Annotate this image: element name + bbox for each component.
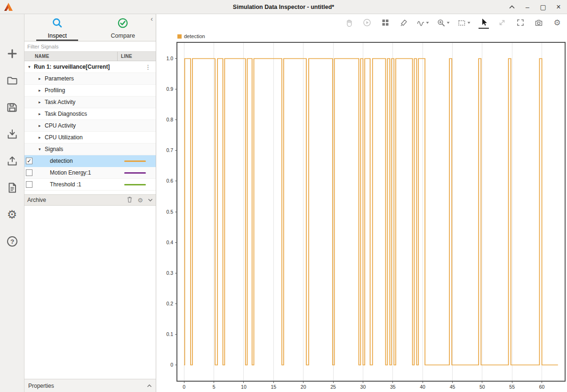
tree-expand-open-icon[interactable]: ▾ [28, 64, 31, 69]
svg-text:60: 60 [539, 384, 545, 390]
signal-line-swatch [124, 160, 146, 162]
svg-text:0.7: 0.7 [166, 147, 173, 153]
save-button[interactable] [5, 101, 19, 113]
tree-item-label: Parameters [45, 75, 74, 82]
svg-text:0.6: 0.6 [166, 178, 173, 184]
signal-row[interactable]: Motion Energy:1 [24, 167, 156, 179]
tree-group-row[interactable]: ▸Parameters [24, 73, 156, 85]
run-label: Run 1: surveillance[Current] [34, 64, 110, 70]
window-minimize-icon[interactable]: – [524, 3, 531, 11]
tab-compare[interactable]: Compare [90, 14, 156, 41]
tree-group-row[interactable]: ▸Task Diagnostics [24, 108, 156, 120]
signal-name-label: detection [50, 158, 73, 164]
svg-text:25: 25 [330, 384, 336, 390]
svg-text:55: 55 [509, 384, 515, 390]
tree-group-row[interactable]: ▸CPU Utilization [24, 132, 156, 144]
plot-canvas[interactable]: 05101520253035404550556000.10.20.30.40.5… [157, 14, 567, 392]
signal-name-label: Threshold :1 [50, 181, 81, 188]
tree-expand-closed-icon[interactable]: ▸ [39, 123, 41, 128]
svg-text:45: 45 [450, 384, 455, 390]
properties-bar[interactable]: Properties [24, 379, 156, 392]
archive-settings-gear-icon[interactable]: ⚙ [137, 197, 143, 203]
run-options-kebab-icon[interactable]: ⋮ [145, 64, 151, 71]
filter-signals-input[interactable] [24, 41, 156, 51]
tree-expand-closed-icon[interactable]: ▸ [39, 112, 41, 116]
signal-table-header: NAME LINE [24, 52, 156, 61]
import-button[interactable] [5, 128, 19, 140]
svg-text:0.8: 0.8 [166, 117, 173, 122]
signal-tree: ▾Run 1: surveillance[Current]⋮▸Parameter… [24, 61, 156, 191]
signal-line-swatch [124, 172, 146, 174]
collapse-sidebar-icon[interactable]: ‹ [151, 15, 153, 22]
tree-expand-closed-icon[interactable]: ▸ [39, 100, 41, 104]
svg-text:0.5: 0.5 [166, 209, 173, 215]
tab-compare-label: Compare [111, 32, 135, 39]
inspect-magnifier-icon [52, 17, 63, 31]
tree-expand-open-icon[interactable]: ▾ [39, 147, 41, 152]
svg-text:20: 20 [301, 384, 306, 390]
signal-name-label: Motion Energy:1 [50, 169, 91, 176]
mode-tabs: Inspect Compare ‹ [24, 14, 156, 41]
window-shade-icon[interactable] [508, 3, 516, 11]
column-header-line: LINE [118, 52, 156, 61]
svg-text:0.1: 0.1 [166, 331, 173, 337]
svg-text:10: 10 [241, 384, 247, 390]
tree-group-row[interactable]: ▸Profiling [24, 85, 156, 96]
plot-panel: ⚙ detection 05101520253035404550556000.1… [157, 14, 567, 392]
open-folder-button[interactable] [5, 74, 19, 87]
properties-label: Properties [28, 383, 54, 389]
tree-item-label: Signals [45, 146, 63, 152]
signal-row[interactable]: ✓detection [24, 155, 156, 167]
matlab-logo-icon [3, 2, 14, 12]
signal-checkbox[interactable] [26, 169, 32, 176]
compare-check-icon [117, 17, 128, 31]
tree-item-label: Task Activity [45, 99, 75, 105]
signal-browser-panel: Inspect Compare ‹ NAME LINE ▾Run 1: surv… [24, 14, 156, 392]
add-run-button[interactable] [5, 48, 19, 60]
filter-row [24, 41, 156, 52]
svg-text:0.3: 0.3 [166, 270, 173, 276]
window-title: Simulation Data Inspector - untitled* [0, 4, 567, 10]
title-bar: Simulation Data Inspector - untitled* – … [0, 0, 567, 14]
tab-inspect-label: Inspect [48, 32, 67, 39]
app-toolbar: ⚙ ? [0, 14, 24, 392]
gear-icon: ⚙ [7, 209, 17, 220]
archive-label: Archive [27, 197, 46, 203]
tree-item-label: CPU Utilization [45, 134, 83, 141]
tree-expand-closed-icon[interactable]: ▸ [39, 135, 41, 140]
tab-inspect[interactable]: Inspect [24, 14, 90, 41]
svg-text:0: 0 [183, 384, 185, 390]
signal-row[interactable]: Threshold :1 [24, 179, 156, 191]
create-report-button[interactable] [5, 182, 19, 194]
svg-text:30: 30 [360, 384, 366, 390]
window-maximize-icon[interactable]: ▢ [539, 3, 547, 11]
archive-collapse-chevron-icon[interactable] [148, 197, 153, 203]
signals-group-row[interactable]: ▾Signals [24, 144, 156, 155]
tree-item-label: Task Diagnostics [45, 111, 87, 117]
svg-text:1.0: 1.0 [166, 56, 173, 61]
signal-line-swatch [124, 184, 146, 185]
svg-text:0.4: 0.4 [166, 240, 173, 245]
svg-text:0.2: 0.2 [166, 301, 173, 306]
window-close-icon[interactable]: × [555, 3, 562, 11]
svg-text:50: 50 [479, 384, 485, 390]
tree-group-row[interactable]: ▸Task Activity [24, 96, 156, 108]
tree-expand-closed-icon[interactable]: ▸ [39, 88, 41, 93]
preferences-button[interactable]: ⚙ [5, 208, 19, 221]
run-row[interactable]: ▾Run 1: surveillance[Current]⋮ [24, 61, 156, 73]
help-button[interactable]: ? [5, 235, 19, 248]
svg-text:15: 15 [271, 384, 276, 390]
signal-checkbox[interactable] [26, 181, 32, 188]
archive-bar[interactable]: Archive ⚙ [24, 194, 156, 206]
tree-item-label: Profiling [45, 87, 65, 94]
export-button[interactable] [5, 155, 19, 167]
properties-expand-chevron-icon[interactable] [147, 383, 152, 389]
delete-trash-icon[interactable] [127, 196, 133, 204]
tree-expand-closed-icon[interactable]: ▸ [39, 76, 41, 81]
signal-checkbox[interactable]: ✓ [26, 158, 32, 164]
tree-group-row[interactable]: ▸CPU Activity [24, 120, 156, 132]
svg-text:40: 40 [420, 384, 425, 390]
svg-text:35: 35 [390, 384, 396, 390]
svg-text:0: 0 [170, 362, 173, 368]
svg-text:?: ? [10, 238, 14, 245]
